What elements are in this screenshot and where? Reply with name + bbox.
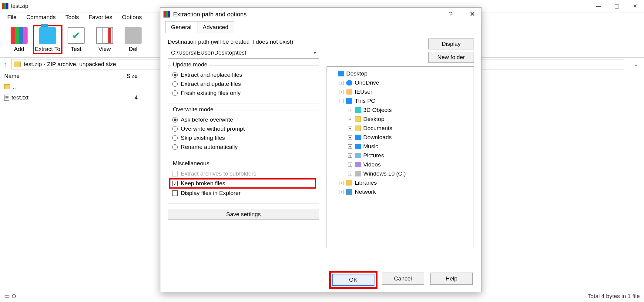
tree-label: Libraries (355, 180, 377, 186)
menu-options[interactable]: Options (118, 13, 146, 22)
expand-icon[interactable]: + (348, 163, 352, 167)
tree-node[interactable]: +Libraries (329, 178, 472, 187)
archive-icon (14, 62, 21, 67)
tree-node[interactable]: +Windows 10 (C:) (329, 169, 472, 178)
tree-node[interactable]: +IEUser (329, 87, 472, 96)
tree-node[interactable]: +OneDrive (329, 78, 472, 87)
radio-skip-existing[interactable]: Skip existing files (172, 135, 315, 141)
expand-icon[interactable]: + (348, 144, 352, 149)
tree-node[interactable]: +Pictures (329, 151, 472, 160)
display-button[interactable]: Display (428, 39, 474, 49)
fold-icon (355, 126, 361, 131)
tree-node[interactable]: +3D Objects (329, 106, 472, 115)
tree-label: 3D Objects (363, 107, 392, 113)
expand-icon[interactable]: + (340, 181, 344, 185)
save-settings-button[interactable]: Save settings (168, 209, 319, 220)
view-icon (96, 27, 113, 44)
add-icon (11, 27, 28, 44)
tree-node[interactable]: +Videos (329, 160, 472, 169)
tree-label: Videos (363, 161, 381, 168)
tree-node[interactable]: +Network (329, 187, 472, 196)
misc-group: Miscellaneous Extract archives to subfol… (168, 164, 319, 203)
expand-icon[interactable]: + (340, 190, 344, 194)
radio-rename-auto[interactable]: Rename automatically (172, 144, 315, 150)
expand-icon[interactable]: + (348, 172, 352, 176)
toolbar-add[interactable]: Add (5, 27, 33, 52)
expand-icon[interactable]: + (348, 135, 352, 139)
folder-tree[interactable]: Desktop+OneDrive+IEUser−This PC+3D Objec… (327, 66, 474, 248)
dialog-close-icon[interactable]: ✕ (467, 8, 478, 20)
tree-node[interactable]: +Downloads (329, 133, 472, 142)
menu-tools[interactable]: Tools (61, 13, 83, 22)
user-icon (346, 89, 352, 95)
expand-icon[interactable]: + (348, 108, 352, 112)
menu-commands[interactable]: Commands (22, 13, 60, 22)
radio-extract-replace[interactable]: Extract and replace files (172, 72, 315, 78)
tree-label: Documents (363, 125, 392, 132)
tree-node[interactable]: +Desktop (329, 115, 472, 124)
tree-node[interactable]: Desktop (329, 69, 472, 78)
expand-icon[interactable]: − (340, 99, 344, 103)
tree-node[interactable]: +Music (329, 142, 472, 151)
check-display-explorer[interactable]: Display files in Explorer (172, 190, 315, 196)
vid-icon (355, 162, 361, 167)
tree-node[interactable]: +Documents (329, 124, 472, 133)
tree-label: Pictures (363, 152, 384, 159)
maximize-button[interactable]: ▢ (608, 0, 626, 12)
minimize-button[interactable]: — (589, 0, 608, 12)
radio-extract-update[interactable]: Extract and update files (172, 81, 315, 87)
ok-button[interactable]: OK (332, 274, 374, 286)
tab-advanced[interactable]: Advanced (197, 21, 234, 33)
overwrite-mode-group: Overwrite mode Ask before overwrite Over… (168, 110, 319, 157)
winrar-icon (2, 3, 8, 9)
extraction-dialog: Extraction path and options ? ✕ General … (160, 7, 481, 292)
tree-label: OneDrive (355, 79, 379, 86)
radio-fresh-existing[interactable]: Fresh existing files only (172, 90, 315, 96)
dialog-help-icon[interactable]: ? (446, 8, 456, 20)
expand-icon[interactable]: + (340, 90, 344, 94)
toolbar-view[interactable]: View (90, 27, 119, 52)
toolbar-delete[interactable]: Del (119, 27, 147, 52)
tree-label: Desktop (346, 70, 367, 77)
test-icon (68, 27, 85, 44)
expand-icon[interactable]: + (348, 153, 352, 158)
dialog-title: Extraction path and options (173, 11, 247, 18)
address-dropdown-icon[interactable]: ⌄ (628, 61, 644, 68)
battery-icon: ▭ (4, 293, 10, 300)
3d-icon (355, 107, 361, 113)
folder-up-icon (4, 84, 10, 89)
expand-icon[interactable]: + (340, 81, 344, 85)
drive-icon (355, 171, 361, 176)
tree-node[interactable]: −This PC (329, 96, 472, 106)
radio-overwrite-noprompt[interactable]: Overwrite without prompt (172, 126, 315, 132)
menu-file[interactable]: File (3, 13, 21, 22)
destination-path-combo[interactable]: C:\Users\IEUser\Desktop\test ▾ (168, 47, 319, 59)
cancel-button[interactable]: Cancel (382, 273, 424, 285)
col-size[interactable]: Size (91, 73, 146, 79)
toolbar-test[interactable]: Test (62, 27, 90, 52)
tree-label: Desktop (363, 116, 384, 122)
new-folder-button[interactable]: New folder (428, 52, 474, 63)
tree-label: IEUser (355, 89, 372, 95)
expand-icon[interactable]: + (348, 126, 352, 130)
pc-icon (346, 98, 352, 104)
fold-icon (355, 116, 361, 122)
check-extract-subfolders: Extract archives to subfolders (172, 170, 315, 177)
col-name[interactable]: Name (0, 73, 91, 79)
close-button[interactable]: ✕ (626, 0, 644, 12)
tree-label: Windows 10 (C:) (363, 170, 406, 177)
menu-favorites[interactable]: Favorites (84, 13, 116, 22)
help-button[interactable]: Help (430, 273, 473, 285)
tab-general[interactable]: General (165, 21, 197, 33)
radio-ask-overwrite[interactable]: Ask before overwrite (172, 116, 315, 123)
delete-icon (125, 27, 142, 44)
toolbar-extract-to[interactable]: Extract To (33, 26, 62, 54)
check-keep-broken[interactable]: Keep broken files (170, 180, 315, 187)
tree-label: This PC (355, 98, 375, 104)
text-file-icon (4, 95, 9, 101)
up-icon[interactable]: ↑ (4, 60, 7, 68)
expand-icon[interactable]: + (348, 117, 352, 121)
dialog-footer: OK Cancel Help (160, 273, 481, 287)
destination-label: Destination path (will be created if doe… (168, 39, 319, 45)
status-text: Total 4 bytes in 1 file (588, 293, 640, 300)
